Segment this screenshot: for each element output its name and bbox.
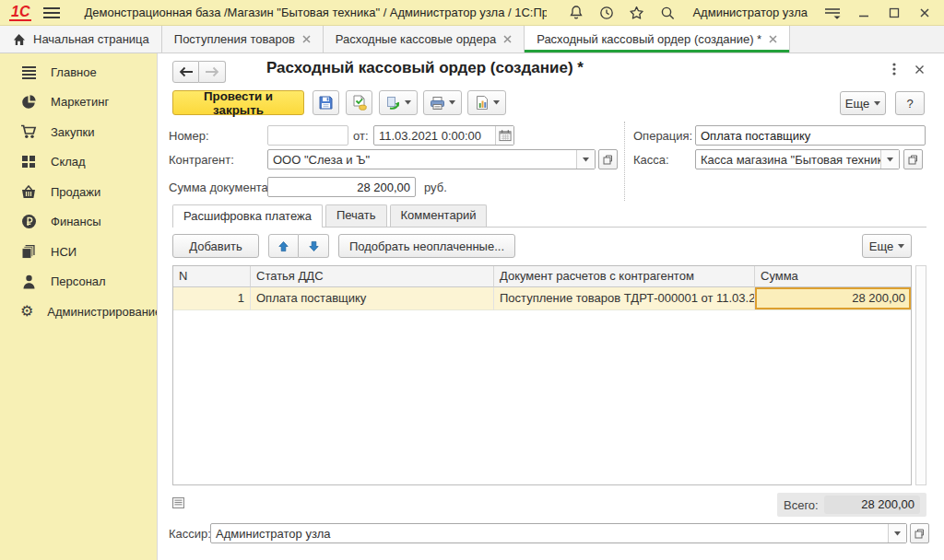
post-and-close-button[interactable]: Провести и закрыть — [172, 90, 304, 115]
sidebar-item-finance[interactable]: Финансы — [0, 207, 157, 238]
close-form-icon[interactable] — [911, 61, 927, 77]
history-icon[interactable] — [596, 3, 617, 23]
sidebar-item-marketing[interactable]: Маркетинг — [0, 88, 157, 118]
table-row[interactable]: 1 Оплата поставщику Поступление товаров … — [173, 287, 911, 310]
chevron-down-icon — [449, 100, 455, 105]
main-menu-hamburger-icon[interactable] — [41, 3, 62, 23]
more-actions-button[interactable]: Еще — [840, 91, 886, 115]
tab-home-page[interactable]: Начальная страница — [0, 26, 162, 52]
cell-article[interactable]: Оплата поставщику — [251, 287, 494, 310]
document-chart-icon — [475, 95, 490, 111]
document-tabbar: Начальная страница Поступления товаров Р… — [0, 26, 944, 53]
column-header-article[interactable]: Статья ДДС — [251, 266, 494, 287]
notifications-bell-icon[interactable] — [565, 3, 586, 23]
search-icon[interactable] — [656, 3, 678, 23]
back-button[interactable] — [172, 61, 199, 83]
form-cash-expense-order: Расходный кассовый ордер (создание) * Пр… — [157, 53, 944, 560]
gear-icon: ⚙ — [20, 304, 33, 319]
current-user[interactable]: Администратор узла — [692, 6, 808, 19]
sidebar-item-main[interactable]: Главное — [0, 57, 157, 88]
column-header-n[interactable]: N — [173, 266, 251, 287]
comment-icon[interactable] — [172, 497, 184, 508]
sidebar-item-administration[interactable]: ⚙ Администрирование — [0, 297, 157, 327]
date-input[interactable]: 11.03.2021 0:00:00 — [373, 125, 514, 146]
column-header-amount[interactable]: Сумма — [755, 266, 911, 287]
basket-icon — [20, 185, 37, 199]
post-and-close-label: Провести и закрыть — [186, 89, 290, 117]
tab-cash-expense-orders[interactable]: Расходные кассовые ордера — [324, 26, 525, 52]
sidebar-item-label: Администрирование — [47, 305, 161, 319]
print-button[interactable] — [423, 90, 462, 115]
column-header-document[interactable]: Документ расчетов с контрагентом — [494, 266, 755, 287]
cell-amount-selected[interactable]: 28 200,00 — [755, 287, 911, 310]
sidebar-item-warehouse[interactable]: Склад — [0, 147, 157, 178]
table-scrollbar-track[interactable] — [915, 265, 926, 485]
cashier-open-icon[interactable] — [910, 523, 929, 543]
cashbox-input[interactable]: Касса магазина "Бытовая техника" — [695, 149, 900, 169]
sidebar-item-purchases[interactable]: Закупки — [0, 117, 157, 147]
dropdown-icon[interactable] — [880, 150, 899, 169]
cashbox-open-icon[interactable] — [903, 149, 923, 169]
table-header-row: N Статья ДДС Документ расчетов с контраг… — [173, 266, 911, 287]
help-button[interactable]: ? — [895, 91, 925, 115]
1c-logo-icon: 1С — [9, 5, 31, 21]
save-button[interactable] — [313, 90, 339, 115]
total-label: Всего: — [784, 498, 819, 512]
tab-goods-receipts[interactable]: Поступления товаров — [162, 26, 324, 52]
number-input[interactable] — [267, 125, 348, 146]
post-document-button[interactable] — [346, 90, 372, 115]
cell-document[interactable]: Поступление товаров ТДРТ-000001 от 11.03… — [494, 287, 755, 310]
more-label: Еще — [869, 239, 893, 253]
reports-button[interactable] — [467, 90, 506, 115]
ruble-icon — [20, 214, 37, 229]
operation-input[interactable]: Оплата поставщику — [695, 125, 926, 146]
date-value: 11.03.2021 0:00:00 — [374, 126, 495, 145]
calendar-icon[interactable] — [495, 126, 513, 145]
amount-input[interactable]: 28 200,00 — [267, 177, 416, 197]
chevron-down-icon — [874, 101, 880, 106]
counterparty-input[interactable]: ООО "Слеза и Ъ" — [267, 149, 596, 169]
favorites-star-icon[interactable] — [626, 3, 647, 23]
add-row-button[interactable]: Добавить — [172, 234, 259, 258]
titlebar: 1С Демонстрационная база /Магазин "Бытов… — [0, 0, 944, 26]
view-settings-icon[interactable] — [822, 3, 844, 23]
dropdown-icon[interactable] — [888, 524, 906, 542]
more-label: Еще — [845, 97, 869, 111]
cashbox-label: Касса: — [633, 153, 669, 167]
minimize-icon[interactable] — [853, 3, 874, 23]
sidebar-item-label: Закупки — [51, 125, 94, 139]
maximize-icon[interactable] — [883, 3, 904, 23]
tab-print[interactable]: Печать — [325, 204, 387, 227]
back-arrow-icon — [179, 66, 194, 77]
sidebar-item-nsi[interactable]: НСИ — [0, 237, 157, 267]
arrow-up-icon — [277, 240, 289, 252]
dropdown-icon[interactable] — [576, 150, 595, 169]
tab-close-icon[interactable] — [769, 35, 777, 43]
tab-comment[interactable]: Комментарий — [390, 204, 488, 227]
create-based-on-icon — [386, 96, 401, 110]
kebab-menu-icon[interactable] — [886, 61, 903, 77]
date-label: от: — [353, 129, 369, 143]
counterparty-open-icon[interactable] — [598, 149, 618, 169]
cell-n[interactable]: 1 — [173, 287, 251, 310]
table-more-button[interactable]: Еще — [862, 234, 912, 258]
tab-payment-breakdown[interactable]: Расшифровка платежа — [172, 204, 323, 228]
tab-cash-expense-order-new[interactable]: Расходный кассовый ордер (создание) * — [525, 26, 790, 52]
stacked-docs-icon — [20, 244, 37, 259]
tab-close-icon[interactable] — [503, 35, 512, 43]
counterparty-label: Контрагент: — [169, 153, 234, 167]
sidebar-item-personnel[interactable]: Персонал — [0, 267, 157, 298]
move-down-button[interactable] — [299, 234, 329, 258]
sidebar-item-sales[interactable]: Продажи — [0, 177, 157, 207]
person-icon — [20, 274, 37, 289]
create-based-on-button[interactable] — [379, 90, 418, 115]
total-value: 28 200,00 — [824, 496, 920, 514]
home-icon — [12, 33, 26, 46]
cashier-input[interactable]: Администратор узла — [210, 523, 907, 543]
tab-close-icon[interactable] — [302, 35, 311, 43]
pick-unpaid-button[interactable]: Подобрать неоплаченные... — [338, 234, 515, 258]
close-window-icon[interactable] — [914, 3, 935, 23]
forward-button[interactable] — [199, 61, 226, 83]
move-up-button[interactable] — [268, 234, 299, 258]
detail-tabs: Расшифровка платежа Печать Комментарий — [172, 204, 926, 228]
